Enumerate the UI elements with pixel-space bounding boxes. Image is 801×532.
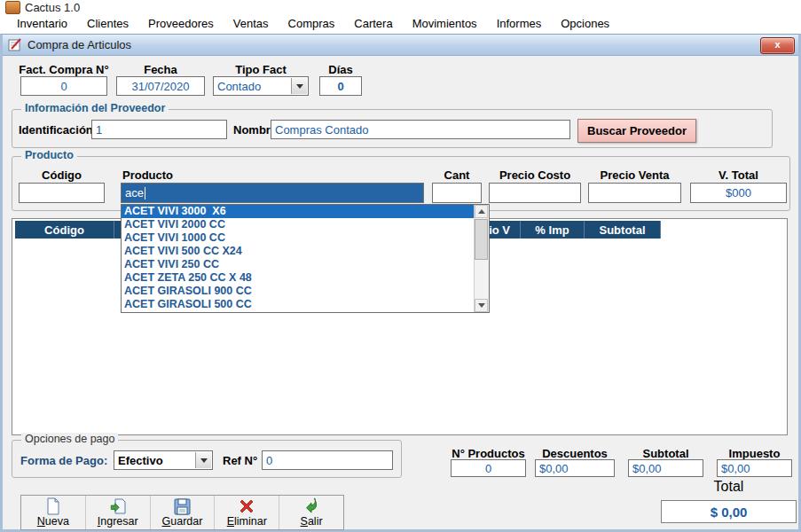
forma-pago-value: Efectivo	[118, 454, 163, 467]
codigo-input[interactable]	[19, 183, 105, 203]
menu-informes[interactable]: Informes	[487, 16, 552, 33]
dias-label: Días	[319, 63, 362, 76]
button-label: Nueva	[37, 515, 69, 528]
subtotal-field: $0,00	[628, 459, 703, 477]
buscar-proveedor-button[interactable]: Buscar Proveedor	[577, 119, 696, 143]
fecha-input[interactable]: 31/07/2020	[116, 76, 205, 96]
salir-button[interactable]: Salir	[279, 496, 343, 529]
menu-cartera[interactable]: Cartera	[344, 16, 402, 33]
delete-x-icon	[238, 496, 255, 515]
scroll-down-icon[interactable]	[475, 299, 488, 312]
menu-movimientos[interactable]: Movimientos	[403, 16, 487, 33]
guardar-button[interactable]: Guardar	[151, 496, 216, 529]
window-titlebar: Compra de Articulos x	[3, 35, 798, 56]
nombre-input[interactable]: Compras Contado	[271, 120, 570, 139]
exit-arrow-icon	[303, 496, 319, 515]
window-content: Fact. Compra N° 0 Fecha 31/07/2020 Tipo …	[3, 56, 798, 529]
n-productos-label: N° Productos	[451, 447, 526, 460]
menu-compras[interactable]: Compras	[279, 16, 345, 33]
app-icon	[5, 1, 20, 14]
list-item[interactable]: ACET VIVI 3000 X6	[122, 205, 489, 218]
scrollbar-thumb[interactable]	[475, 219, 488, 260]
v-total-field: $000	[690, 183, 787, 203]
identificacion-label: Identificación	[19, 123, 93, 137]
forma-pago-select[interactable]: Efectivo	[114, 450, 213, 470]
table-header-subtotal: Subtotal	[585, 221, 661, 239]
fact-compra-label: Fact. Compra N°	[19, 63, 109, 76]
list-item[interactable]: ACET ZETA 250 CC X 48	[122, 271, 489, 285]
chevron-down-icon[interactable]	[291, 78, 307, 94]
producto-typed-text: ace	[125, 186, 144, 200]
list-item[interactable]: ACET VIVI 500 CC X24	[122, 245, 489, 258]
app-title-text: Cactus 1.0	[25, 1, 80, 14]
table-header-imp: % Imp	[521, 221, 585, 239]
action-toolbar: Nueva Ingresar	[20, 495, 344, 530]
forma-pago-label: Forma de Pago:	[20, 454, 107, 467]
button-label: Salir	[301, 515, 323, 528]
list-item[interactable]: ACET VIVI 250 CC	[122, 258, 489, 271]
producto-search-input[interactable]: ace	[121, 183, 424, 203]
menu-clientes[interactable]: Clientes	[77, 16, 138, 33]
import-arrow-icon	[109, 496, 127, 515]
codigo-label: Código	[19, 168, 105, 182]
new-page-icon	[45, 496, 61, 515]
save-icon	[174, 496, 191, 515]
menu-ventas[interactable]: Ventas	[224, 16, 279, 33]
text-caret	[145, 187, 145, 200]
producto-label: Producto	[122, 168, 173, 182]
window-title: Compra de Articulos	[27, 38, 131, 51]
impuesto-field: $0,00	[717, 459, 792, 477]
descuentos-field: $0,00	[535, 459, 615, 477]
ingresar-button[interactable]: Ingresar	[86, 496, 151, 529]
tipo-fact-value: Contado	[217, 80, 261, 93]
identificacion-input[interactable]: 1	[91, 120, 227, 139]
producto-group-title: Producto	[21, 149, 77, 161]
list-item[interactable]: ACET GIRASOLI 900 CC	[122, 285, 489, 298]
menu-opciones[interactable]: Opciones	[551, 16, 619, 33]
dias-input[interactable]: 0	[319, 76, 362, 96]
proveedor-group-title: Información del Proveedor	[21, 102, 169, 114]
precio-costo-label: Precio Costo	[489, 168, 581, 182]
eliminar-button[interactable]: Eliminar	[215, 496, 279, 529]
n-productos-field: 0	[451, 459, 526, 477]
total-label: Total	[661, 479, 797, 495]
button-label: Eliminar	[227, 515, 267, 528]
fact-compra-input[interactable]: 0	[20, 76, 107, 96]
table-header-codigo: Código	[15, 221, 114, 239]
tipo-fact-select[interactable]: Contado	[213, 76, 309, 96]
pago-group-title: Opciones de pago	[21, 433, 118, 445]
ref-input[interactable]: 0	[262, 450, 393, 470]
scroll-up-icon[interactable]	[475, 205, 488, 218]
chevron-down-icon[interactable]	[195, 452, 211, 468]
precio-venta-label: Precio Venta	[588, 168, 681, 182]
nueva-button[interactable]: Nueva	[21, 496, 86, 529]
cant-input[interactable]	[432, 183, 482, 203]
subtotal-label: Subtotal	[628, 447, 703, 460]
cant-label: Cant	[432, 168, 482, 182]
list-item[interactable]: ACET VIVI 2000 CC	[122, 218, 489, 231]
list-item[interactable]: ACET GIRASOLI 500 CC	[122, 298, 489, 311]
list-item[interactable]: ACET VIVI 1000 CC	[122, 231, 489, 245]
descuentos-label: Descuentos	[535, 447, 615, 460]
button-label: Ingresar	[98, 515, 138, 528]
precio-venta-input[interactable]	[588, 183, 681, 203]
document-pencil-icon	[8, 38, 22, 51]
v-total-label: V. Total	[690, 168, 787, 182]
total-field: $ 0,00	[661, 500, 797, 523]
tipo-fact-label: Tipo Fact	[213, 63, 309, 76]
impuesto-label: Impuesto	[717, 447, 792, 460]
menu-inventario[interactable]: Inventario	[7, 16, 77, 33]
ref-label: Ref N°	[223, 454, 257, 467]
app-titlebar: Cactus 1.0	[5, 1, 80, 14]
close-icon[interactable]: x	[760, 37, 795, 54]
producto-autocomplete-list: ACET VIVI 3000 X6 ACET VIVI 2000 CC ACET…	[121, 204, 490, 313]
scrollbar[interactable]	[474, 205, 489, 312]
menu-proveedores[interactable]: Proveedores	[138, 16, 224, 33]
compra-articulos-window: Compra de Articulos x Fact. Compra N° 0 …	[0, 34, 801, 532]
fecha-label: Fecha	[116, 63, 205, 76]
menu-bar: Inventario Clientes Proveedores Ventas C…	[0, 16, 801, 33]
button-label: Guardar	[162, 515, 203, 528]
precio-costo-input[interactable]	[489, 183, 581, 203]
